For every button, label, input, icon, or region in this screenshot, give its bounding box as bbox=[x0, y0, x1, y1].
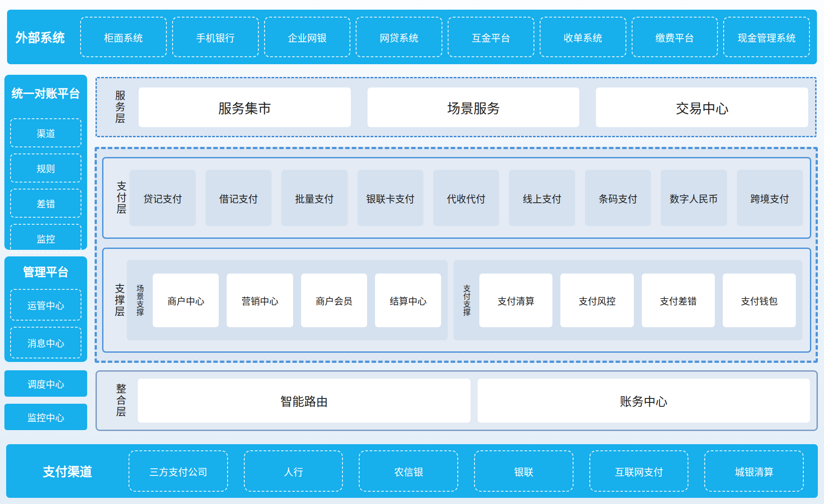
service-layer: 服务层 服务集市 场景服务 交易中心 bbox=[96, 77, 817, 137]
payment-item: 线上支付 bbox=[509, 170, 575, 226]
integration-layer-items: 智能路由 账务中心 bbox=[138, 379, 810, 423]
integration-item: 智能路由 bbox=[138, 379, 470, 423]
payment-item: 数字人民币 bbox=[661, 170, 727, 226]
support-item: 支付风控 bbox=[560, 274, 633, 327]
support-layer-groups: 场景支撑 商户中心 营销中心 商户会员 结算中心 支付支撑 支付清算 支付风控 … bbox=[127, 260, 802, 340]
reconciliation-platform-panel: 统一对账平台 渠道 规则 差错 监控 bbox=[4, 75, 87, 250]
payment-channel-item: 互联网支付 bbox=[589, 450, 689, 492]
payment-item: 批量支付 bbox=[281, 170, 347, 226]
scene-support-label: 场景支撑 bbox=[135, 285, 143, 316]
external-system-item: 柜面系统 bbox=[80, 17, 167, 57]
payment-channel-item: 城银清算 bbox=[704, 450, 804, 492]
service-item: 场景服务 bbox=[368, 88, 580, 127]
payment-channel-item: 人行 bbox=[244, 450, 343, 492]
payment-channels-bar: 支付渠道 三方支付公司 人行 农信银 银联 互联网支付 城银清算 bbox=[6, 444, 818, 498]
external-system-item: 手机银行 bbox=[172, 17, 259, 57]
external-systems-list: 柜面系统 手机银行 企业网银 网贷系统 互金平台 收单系统 缴费平台 现金管理系… bbox=[73, 17, 817, 57]
reconciliation-platform-title: 统一对账平台 bbox=[4, 75, 87, 101]
payment-channels-title: 支付渠道 bbox=[6, 462, 129, 480]
reconciliation-items: 渠道 规则 差错 监控 bbox=[4, 118, 87, 253]
management-platform-panel: 管理平台 运管中心 消息中心 bbox=[4, 256, 87, 362]
external-systems-title: 外部系统 bbox=[7, 28, 73, 46]
payment-item: 条码支付 bbox=[585, 170, 651, 226]
integration-layer: 整合层 智能路由 账务中心 bbox=[96, 370, 818, 431]
support-layer-label: 支撑层 bbox=[113, 283, 124, 318]
support-item: 支付清算 bbox=[479, 274, 552, 327]
payment-support-label: 支付支撑 bbox=[461, 285, 470, 316]
payment-support-group: 支付支撑 支付清算 支付风控 支付差错 支付钱包 bbox=[453, 260, 802, 340]
payment-item: 跨境支付 bbox=[737, 170, 803, 226]
support-layer: 支撑层 场景支撑 商户中心 营销中心 商户会员 结算中心 支付支撑 支付清算 支… bbox=[102, 248, 811, 353]
payment-item: 代收代付 bbox=[433, 170, 499, 226]
management-item: 运管中心 bbox=[10, 289, 81, 321]
service-item: 服务集市 bbox=[139, 88, 351, 127]
scene-support-items: 商户中心 营销中心 商户会员 结算中心 bbox=[153, 274, 441, 327]
payment-item: 贷记支付 bbox=[129, 170, 195, 226]
scene-support-group: 场景支撑 商户中心 营销中心 商户会员 结算中心 bbox=[127, 260, 448, 340]
external-systems-bar: 外部系统 柜面系统 手机银行 企业网银 网贷系统 互金平台 收单系统 缴费平台 … bbox=[7, 10, 817, 64]
payment-item: 借记支付 bbox=[206, 170, 272, 226]
payment-item: 银联卡支付 bbox=[357, 170, 423, 226]
reconciliation-item: 渠道 bbox=[10, 118, 81, 147]
service-layer-items: 服务集市 场景服务 交易中心 bbox=[139, 88, 808, 127]
payment-channel-item: 农信银 bbox=[359, 450, 458, 492]
reconciliation-item: 差错 bbox=[10, 189, 81, 218]
support-item: 支付差错 bbox=[642, 274, 715, 327]
external-system-item: 收单系统 bbox=[540, 17, 626, 57]
reconciliation-item: 规则 bbox=[10, 153, 81, 183]
management-platform-title: 管理平台 bbox=[4, 256, 87, 279]
external-system-item: 企业网银 bbox=[264, 17, 351, 57]
support-item: 结算中心 bbox=[375, 274, 441, 327]
external-system-item: 网贷系统 bbox=[356, 17, 442, 57]
payment-channel-item: 三方支付公司 bbox=[129, 450, 228, 492]
payment-channels-list: 三方支付公司 人行 农信银 银联 互联网支付 城银清算 bbox=[129, 450, 818, 492]
external-system-item: 互金平台 bbox=[448, 17, 534, 57]
support-item: 支付钱包 bbox=[723, 274, 796, 327]
service-layer-label: 服务层 bbox=[114, 90, 125, 124]
support-item: 商户会员 bbox=[301, 274, 367, 327]
dispatch-center-box: 调度中心 bbox=[4, 370, 87, 397]
support-item: 商户中心 bbox=[153, 274, 219, 327]
integration-layer-label: 整合层 bbox=[114, 383, 125, 418]
support-item: 营销中心 bbox=[227, 274, 293, 327]
management-items: 运管中心 消息中心 bbox=[4, 289, 87, 358]
reconciliation-item: 监控 bbox=[10, 224, 81, 253]
payment-layer-items: 贷记支付 借记支付 批量支付 银联卡支付 代收代付 线上支付 条码支付 数字人民… bbox=[129, 170, 803, 226]
payment-support-items: 支付清算 支付风控 支付差错 支付钱包 bbox=[479, 274, 796, 327]
external-system-item: 现金管理系统 bbox=[723, 17, 810, 57]
payment-layer-label: 支付层 bbox=[115, 181, 126, 215]
external-system-item: 缴费平台 bbox=[632, 17, 718, 57]
payment-channel-item: 银联 bbox=[474, 450, 574, 492]
management-item: 消息中心 bbox=[10, 327, 81, 358]
service-item: 交易中心 bbox=[596, 88, 808, 127]
payment-layer: 支付层 贷记支付 借记支付 批量支付 银联卡支付 代收代付 线上支付 条码支付 … bbox=[102, 157, 811, 239]
monitor-center-box: 监控中心 bbox=[4, 404, 87, 430]
integration-item: 账务中心 bbox=[478, 379, 810, 423]
